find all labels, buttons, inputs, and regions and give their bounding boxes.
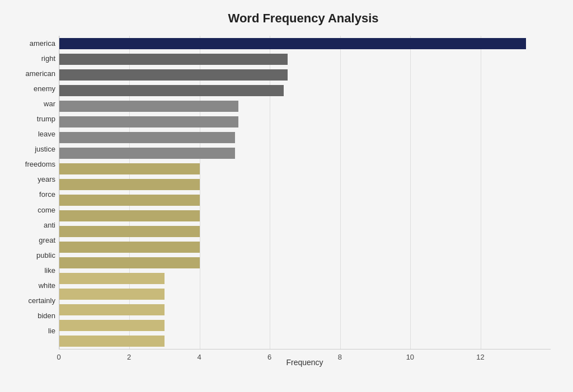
y-label-enemy: enemy	[34, 81, 59, 96]
bar-row-anti	[59, 224, 551, 239]
bar-row-years	[59, 177, 551, 192]
chart-area: americarightamericanenemywartrumpleaveju…	[11, 36, 551, 338]
bar-row-biden	[59, 318, 551, 333]
y-label-white: white	[39, 278, 59, 293]
bar-force	[59, 195, 200, 206]
bar-row-america	[59, 36, 551, 51]
bar-row-certainly	[59, 302, 551, 318]
y-label-war: war	[44, 96, 59, 111]
chart-title: Word Frequency Analysis	[11, 11, 551, 26]
bar-row-come	[59, 208, 551, 224]
bar-leave	[59, 132, 235, 143]
bar-years	[59, 179, 200, 190]
y-label-justice: justice	[35, 141, 59, 157]
chart-container: Word Frequency Analysis americarightamer…	[0, 0, 573, 392]
bar-trump	[59, 116, 238, 127]
bar-row-enemy	[59, 83, 551, 98]
bar-war	[59, 101, 238, 112]
bar-great	[59, 242, 200, 253]
y-label-anti: anti	[44, 218, 59, 233]
x-axis-label: Frequency	[59, 358, 551, 367]
bar-public	[59, 257, 200, 268]
bar-america	[59, 38, 526, 49]
bar-american	[59, 69, 288, 81]
bar-freedoms	[59, 163, 200, 174]
bar-row-war	[59, 98, 551, 114]
bar-row-trump	[59, 114, 551, 130]
y-label-come: come	[37, 202, 59, 218]
bar-lie	[59, 336, 165, 347]
bar-row-lie	[59, 333, 551, 349]
bars-and-x: 024681012 Frequency	[59, 36, 551, 338]
bar-justice	[59, 148, 235, 159]
bar-row-american	[59, 67, 551, 83]
y-label-right: right	[41, 51, 59, 66]
y-label-america: america	[30, 36, 59, 51]
bar-certainly	[59, 304, 165, 315]
y-label-great: great	[39, 233, 59, 248]
bar-row-white	[59, 286, 551, 302]
bar-row-great	[59, 239, 551, 255]
bar-come	[59, 210, 200, 221]
bar-row-public	[59, 255, 551, 271]
y-label-force: force	[39, 187, 59, 202]
y-label-certainly: certainly	[29, 293, 59, 308]
bar-row-force	[59, 192, 551, 208]
bar-biden	[59, 320, 165, 331]
y-label-trump: trump	[37, 111, 59, 126]
bar-row-freedoms	[59, 161, 551, 177]
y-label-like: like	[44, 263, 59, 278]
y-label-leave: leave	[38, 126, 59, 141]
bar-row-right	[59, 51, 551, 67]
y-label-american: american	[26, 66, 59, 81]
y-label-years: years	[37, 172, 59, 187]
bar-like	[59, 273, 165, 284]
y-label-biden: biden	[37, 308, 59, 323]
y-label-lie: lie	[48, 323, 59, 338]
bar-right	[59, 54, 288, 65]
bar-white	[59, 289, 165, 300]
bar-row-justice	[59, 145, 551, 161]
y-label-public: public	[36, 248, 59, 263]
bar-row-like	[59, 271, 551, 286]
bar-anti	[59, 226, 200, 237]
bars-panel	[59, 36, 551, 349]
bar-row-leave	[59, 130, 551, 145]
y-label-freedoms: freedoms	[25, 157, 59, 172]
y-labels: americarightamericanenemywartrumpleaveju…	[11, 36, 59, 338]
bar-enemy	[59, 85, 284, 96]
